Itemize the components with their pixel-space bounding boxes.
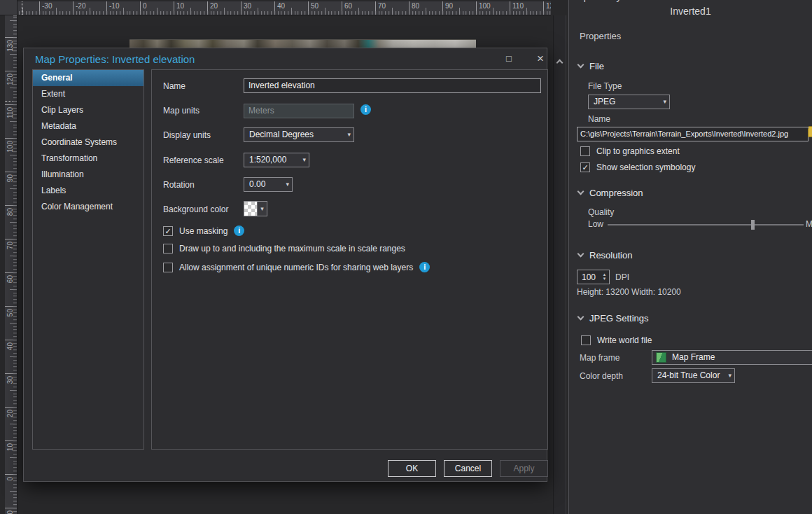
color-depth-dropdown[interactable]: 24-bit True Color ▾ [652,368,735,383]
ruler-tick-label: -20 [73,1,74,15]
resolution-section-header[interactable]: Resolution [578,250,632,261]
jpeg-settings-section-header[interactable]: JPEG Settings [578,313,649,324]
browse-folder-icon[interactable] [808,128,812,137]
rotation-label: Rotation [163,180,195,190]
ruler-tick-label: 0 [140,1,141,15]
checkbox[interactable] [163,244,173,253]
chevron-expanded-icon [578,314,584,321]
ruler-tick-label: 70 [375,1,376,15]
layout-vertical-scrollbar[interactable] [553,15,566,514]
apply-button: Apply [500,460,548,477]
checkbox[interactable]: ✓ [580,162,590,172]
spin-down-icon[interactable]: ▼ [603,277,607,281]
checkbox[interactable] [163,263,173,272]
ruler-tick-label: 20 [207,1,208,15]
ruler-tick-label: 70 [5,239,17,239]
name-input[interactable]: Inverted elevation [244,78,541,93]
display-units-value: Decimal Degrees [249,130,314,139]
rotation-combobox[interactable]: 0.00 ▾ [244,177,293,192]
dpi-value[interactable]: 100 [578,272,600,282]
jpeg-settings-section-title: JPEG Settings [589,313,649,324]
ruler-tick-label: 50 [308,1,309,15]
ruler-tick-label: 50 [5,306,17,307]
dialog-option-row[interactable]: ✓Use maskingi [163,225,244,236]
file-section-title: File [589,61,604,71]
chevron-expanded-icon [578,188,584,195]
dialog-tab-list: GeneralExtentClip LayersMetadataCoordina… [32,69,144,450]
compression-section-header[interactable]: Compression [578,188,643,198]
layout-name: Inverted1 [569,6,812,17]
pane-header-clipped: Export Layout [571,0,725,4]
ruler-tick-label: 100 [5,138,17,139]
file-section-header[interactable]: File [578,61,604,71]
dialog-tab-illumination[interactable]: Illumination [33,167,144,183]
info-icon[interactable]: i [234,225,244,236]
dialog-tab-extent[interactable]: Extent [33,86,144,102]
maximize-icon[interactable]: □ [500,51,517,67]
quality-low-label: Low [588,219,603,229]
ruler-tick-label: -10 [106,1,107,15]
dialog-tab-labels[interactable]: Labels [33,183,144,199]
selection-symbology-row[interactable]: ✓ Show selection symbology [580,162,695,172]
checkbox[interactable]: ✓ [163,226,173,236]
name-label: Name [163,81,186,91]
dialog-tab-coordinate-systems[interactable]: Coordinate Systems [33,134,144,151]
checkbox-label: Draw up to and including the maximum sca… [179,244,405,253]
chevron-down-icon: ▾ [286,178,289,191]
map-frame-value: Map Frame [672,351,715,364]
ruler-tick-label: 20 [5,407,17,408]
clip-extent-row[interactable]: Clip to graphics extent [580,146,680,156]
dpi-spinner[interactable]: 100 ▲ ▼ [577,270,610,284]
ok-button[interactable]: OK [388,460,436,477]
map-frame-label: Map frame [580,353,620,363]
spinner-arrows[interactable]: ▲ ▼ [600,273,609,281]
dialog-tab-metadata[interactable]: Metadata [33,118,144,134]
ruler-tick-label: 40 [274,1,275,15]
dialog-tab-general[interactable]: General [33,70,144,86]
file-path-input[interactable]: C:\gis\Projects\Terrain\Terrain_Exports\… [577,127,808,141]
dialog-option-row[interactable]: Draw up to and including the maximum sca… [163,244,405,253]
ruler-cursor-marker [5,101,17,102]
file-type-label: File Type [588,81,622,91]
file-type-dropdown[interactable]: JPEG ▾ [588,95,670,109]
quality-slider-handle[interactable] [751,220,755,230]
dialog-option-row[interactable]: Allow assignment of unique numeric IDs f… [163,262,430,272]
ruler-tick-label: 30 [5,373,17,374]
properties-heading: Properties [580,31,621,41]
dialog-tab-clip-layers[interactable]: Clip Layers [33,102,144,118]
info-icon[interactable]: i [360,104,371,115]
rotation-value: 0.00 [249,179,265,189]
dialog-tab-color-management[interactable]: Color Management [33,199,144,215]
map-frame-dropdown[interactable]: Map Frame [652,350,812,365]
checkbox[interactable] [581,335,591,345]
checkbox[interactable] [580,146,590,156]
map-units-label: Map units [163,106,200,116]
write-world-file-row[interactable]: Write world file [581,335,652,345]
background-color-picker[interactable]: ▾ [244,201,267,216]
layout-map-preview-strip [130,39,476,48]
chevron-expanded-icon [578,62,584,69]
pane-header-text: Export Layout [571,0,725,2]
ruler-tick-label: 120 [543,1,544,15]
display-units-dropdown[interactable]: Decimal Degrees ▾ [244,127,354,142]
dialog-content-panel: Name Inverted elevation Map units Meters… [151,69,548,450]
vertical-ruler: 1301201101009080706050403020100-10 [5,15,18,514]
quality-slider-track[interactable] [608,224,804,225]
map-properties-dialog: Map Properties: Inverted elevation □ × G… [23,48,547,482]
resolution-section-title: Resolution [589,250,632,261]
checkbox-label: Allow assignment of unique numeric IDs f… [179,263,413,272]
close-icon[interactable]: × [532,51,549,67]
dialog-tab-transformation[interactable]: Transformation [33,151,144,167]
cancel-button[interactable]: Cancel [444,460,492,477]
transparent-color-swatch [244,202,258,216]
info-icon[interactable]: i [419,262,430,272]
reference-scale-dropdown[interactable]: 1:520,000 ▾ [244,153,309,167]
map-frame-icon [656,352,666,363]
export-pane: Export Layout Inverted1 Properties File … [568,0,812,514]
ruler-corner [0,0,18,15]
ruler-tick-label: 10 [5,440,17,441]
ruler-tick-label: 80 [409,1,410,15]
scroll-up-icon[interactable] [556,60,564,67]
ruler-cursor-marker [22,1,22,15]
chevron-down-icon: ▾ [347,128,351,141]
